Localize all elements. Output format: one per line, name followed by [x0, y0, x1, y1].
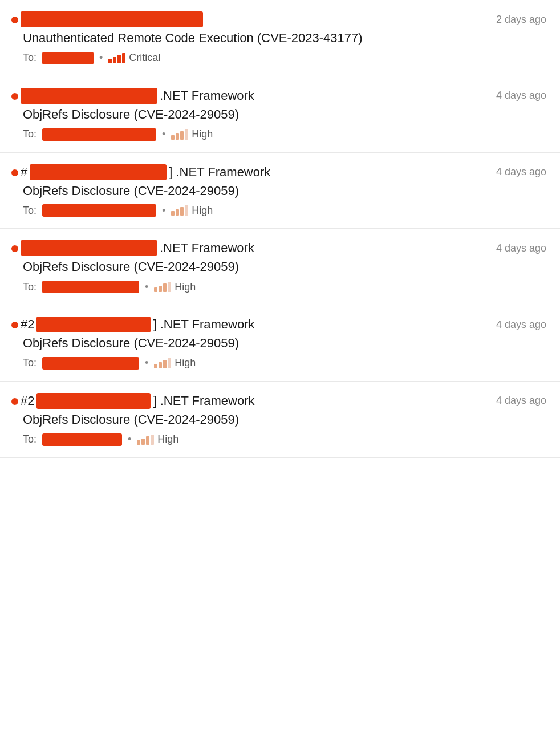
- bar-2: [176, 133, 179, 140]
- notification-time: 4 days ago: [496, 319, 546, 331]
- severity-label: High: [192, 128, 213, 140]
- bar-1: [137, 440, 140, 445]
- notification-title: ObjRefs Disclosure (CVE-2024-29059): [11, 106, 546, 124]
- bar-2: [159, 362, 162, 368]
- bar-4: [185, 205, 188, 216]
- separator: •: [128, 433, 131, 445]
- bar-3: [163, 360, 167, 368]
- subject-redacted: [21, 11, 203, 27]
- separator: •: [99, 52, 103, 64]
- severity-bars: [154, 282, 171, 292]
- severity-bars: [137, 435, 154, 445]
- to-redacted: [42, 52, 94, 64]
- to-redacted: [42, 128, 156, 141]
- notification-title: ObjRefs Disclosure (CVE-2024-29059): [11, 411, 546, 429]
- notification-list: 2 days ago Unauthenticated Remote Code E…: [0, 0, 560, 458]
- severity-badge: High: [171, 205, 213, 217]
- subject-prefix: #2: [21, 394, 34, 408]
- to-label: To:: [23, 205, 36, 217]
- bar-3: [146, 436, 149, 445]
- to-label: To:: [23, 128, 36, 140]
- to-label: To:: [23, 433, 36, 445]
- notification-meta: To: • High: [11, 128, 546, 141]
- bar-4: [168, 282, 171, 292]
- subject-prefix: #2: [21, 317, 34, 332]
- bar-1: [171, 135, 175, 140]
- severity-label: Critical: [129, 52, 160, 64]
- severity-label: High: [175, 281, 196, 293]
- notification-title: ObjRefs Disclosure (CVE-2024-29059): [11, 258, 546, 276]
- notification-item[interactable]: #2 ] .NET Framework 4 days ago ObjRefs D…: [0, 305, 560, 382]
- bar-2: [176, 209, 179, 216]
- subject-suffix: .NET Framework: [160, 241, 254, 256]
- severity-badge: Critical: [108, 52, 160, 64]
- notification-time: 4 days ago: [496, 166, 546, 178]
- severity-bars: [154, 358, 171, 368]
- severity-badge: High: [137, 433, 178, 445]
- severity-label: High: [157, 433, 178, 445]
- to-redacted: [42, 281, 139, 293]
- bar-3: [180, 207, 184, 216]
- subject-redacted: [21, 88, 157, 104]
- bar-1: [108, 59, 112, 63]
- notification-title: ObjRefs Disclosure (CVE-2024-29059): [11, 335, 546, 352]
- severity-badge: High: [154, 281, 196, 293]
- bar-3: [180, 131, 184, 140]
- notification-title: ObjRefs Disclosure (CVE-2024-29059): [11, 182, 546, 200]
- bar-4: [185, 129, 188, 140]
- notification-meta: To: • High: [11, 204, 546, 217]
- status-dot: [11, 398, 18, 405]
- separator: •: [162, 205, 165, 217]
- subject-suffix: ] .NET Framework: [169, 165, 270, 180]
- bar-4: [168, 358, 171, 368]
- status-dot: [11, 169, 18, 176]
- subject-suffix: ] .NET Framework: [153, 317, 254, 332]
- separator: •: [145, 281, 148, 293]
- notification-meta: To: • Critical: [11, 52, 546, 64]
- bar-3: [117, 55, 121, 63]
- severity-bars: [108, 53, 125, 63]
- severity-label: High: [192, 205, 213, 217]
- notification-item[interactable]: .NET Framework 4 days ago ObjRefs Disclo…: [0, 229, 560, 305]
- notification-time: 4 days ago: [496, 242, 546, 254]
- bar-3: [163, 283, 167, 292]
- subject-suffix: .NET Framework: [160, 88, 254, 103]
- severity-label: High: [175, 357, 196, 369]
- notification-meta: To: • High: [11, 281, 546, 293]
- notification-time: 4 days ago: [496, 395, 546, 407]
- severity-badge: High: [171, 128, 213, 140]
- bar-4: [122, 53, 125, 63]
- notification-item[interactable]: .NET Framework 4 days ago ObjRefs Disclo…: [0, 76, 560, 153]
- severity-badge: High: [154, 357, 196, 369]
- notification-item[interactable]: 2 days ago Unauthenticated Remote Code E…: [0, 0, 560, 76]
- severity-bars: [171, 129, 188, 140]
- to-label: To:: [23, 52, 36, 64]
- to-label: To:: [23, 357, 36, 369]
- notification-item[interactable]: #2 ] .NET Framework 4 days ago ObjRefs D…: [0, 382, 560, 458]
- notification-time: 2 days ago: [496, 14, 546, 26]
- bar-1: [171, 211, 175, 216]
- separator: •: [162, 128, 165, 140]
- subject-redacted: [36, 393, 151, 409]
- bar-1: [154, 364, 157, 368]
- to-redacted: [42, 433, 122, 446]
- bar-2: [159, 286, 162, 292]
- status-dot: [11, 17, 18, 23]
- notification-time: 4 days ago: [496, 90, 546, 102]
- bar-4: [151, 435, 154, 445]
- status-dot: [11, 245, 18, 252]
- bar-1: [154, 287, 157, 292]
- bar-2: [141, 439, 145, 445]
- notification-meta: To: • High: [11, 433, 546, 446]
- to-redacted: [42, 204, 156, 217]
- bar-2: [113, 57, 116, 63]
- notification-item[interactable]: # ] .NET Framework 4 days ago ObjRefs Di…: [0, 153, 560, 229]
- status-dot: [11, 322, 18, 328]
- to-redacted: [42, 357, 139, 370]
- notification-meta: To: • High: [11, 357, 546, 370]
- subject-redacted: [36, 317, 151, 332]
- subject-prefix: #: [21, 165, 27, 180]
- notification-title: Unauthenticated Remote Code Execution (C…: [11, 30, 546, 47]
- subject-redacted: [21, 240, 157, 256]
- subject-redacted: [30, 164, 167, 180]
